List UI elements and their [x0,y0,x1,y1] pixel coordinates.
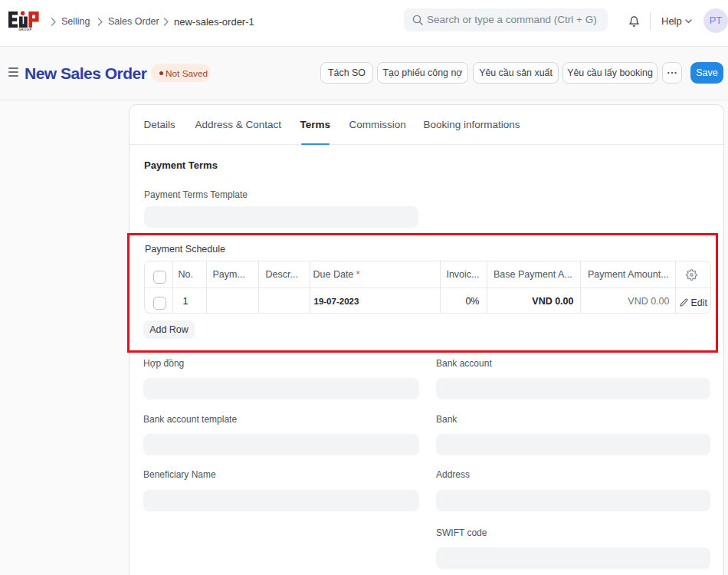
svg-text:GROUP: GROUP [18,28,32,31]
